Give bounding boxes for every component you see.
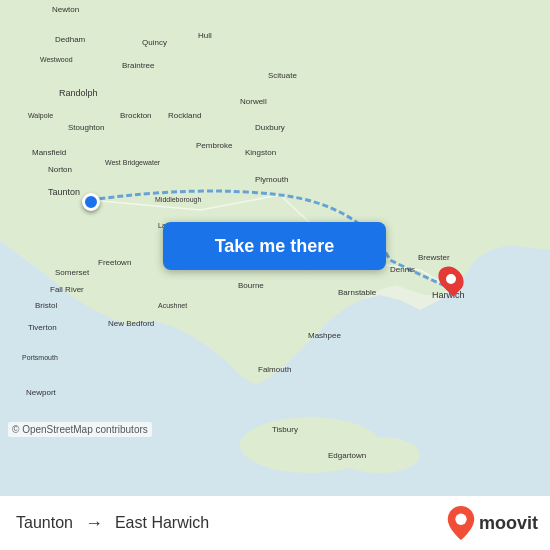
svg-text:Scituate: Scituate [268,71,297,80]
svg-text:Middleborough: Middleborough [155,196,201,204]
svg-text:Freetown: Freetown [98,258,131,267]
svg-text:Tiverton: Tiverton [28,323,57,332]
svg-text:Duxbury: Duxbury [255,123,285,132]
svg-text:Bristol: Bristol [35,301,57,310]
svg-text:Somerset: Somerset [55,268,90,277]
copyright-text: © OpenStreetMap contributors [8,422,152,437]
svg-text:New Bedford: New Bedford [108,319,154,328]
svg-text:Tisbury: Tisbury [272,425,298,434]
arrow-icon: → [85,513,103,534]
svg-text:Portsmouth: Portsmouth [22,354,58,361]
destination-label: East Harwich [115,514,209,532]
moovit-pin-icon [447,506,475,540]
svg-point-52 [455,514,466,525]
svg-text:Braintree: Braintree [122,61,155,70]
svg-text:Dedham: Dedham [55,35,86,44]
moovit-text: moovit [479,513,538,534]
origin-label: Taunton [16,514,73,532]
svg-text:Walpole: Walpole [28,112,53,120]
svg-text:Norwell: Norwell [240,97,267,106]
destination-pin [440,265,462,293]
svg-text:Kingston: Kingston [245,148,276,157]
svg-text:Dennis: Dennis [390,265,415,274]
bottom-bar: Taunton → East Harwich moovit [0,495,550,550]
take-me-there-label: Take me there [215,236,335,257]
svg-text:Bourne: Bourne [238,281,264,290]
svg-text:Plymouth: Plymouth [255,175,288,184]
svg-text:Brockton: Brockton [120,111,152,120]
origin-pin [82,193,100,211]
svg-text:Hull: Hull [198,31,212,40]
svg-text:Taunton: Taunton [48,187,80,197]
svg-text:Acushnet: Acushnet [158,302,187,309]
svg-text:Barnstable: Barnstable [338,288,377,297]
moovit-logo: moovit [447,506,538,540]
svg-text:Brewster: Brewster [418,253,450,262]
map-container: Randolph Quincy Dedham Braintree Brockto… [0,0,550,495]
svg-text:Quincy: Quincy [142,38,167,47]
svg-text:Stoughton: Stoughton [68,123,104,132]
svg-text:Westwood: Westwood [40,56,73,63]
svg-text:Pembroke: Pembroke [196,141,233,150]
svg-text:Randolph: Randolph [59,88,98,98]
svg-text:West Bridgewater: West Bridgewater [105,159,161,167]
svg-text:Fall River: Fall River [50,285,84,294]
svg-text:Edgartown: Edgartown [328,451,366,460]
svg-text:Mashpee: Mashpee [308,331,341,340]
copyright-label: © OpenStreetMap contributors [12,424,148,435]
svg-text:Newton: Newton [52,5,79,14]
svg-text:Rockland: Rockland [168,111,201,120]
svg-text:Falmouth: Falmouth [258,365,291,374]
svg-text:Newport: Newport [26,388,57,397]
take-me-there-button[interactable]: Take me there [163,222,386,270]
svg-text:Mansfield: Mansfield [32,148,66,157]
svg-text:Norton: Norton [48,165,72,174]
